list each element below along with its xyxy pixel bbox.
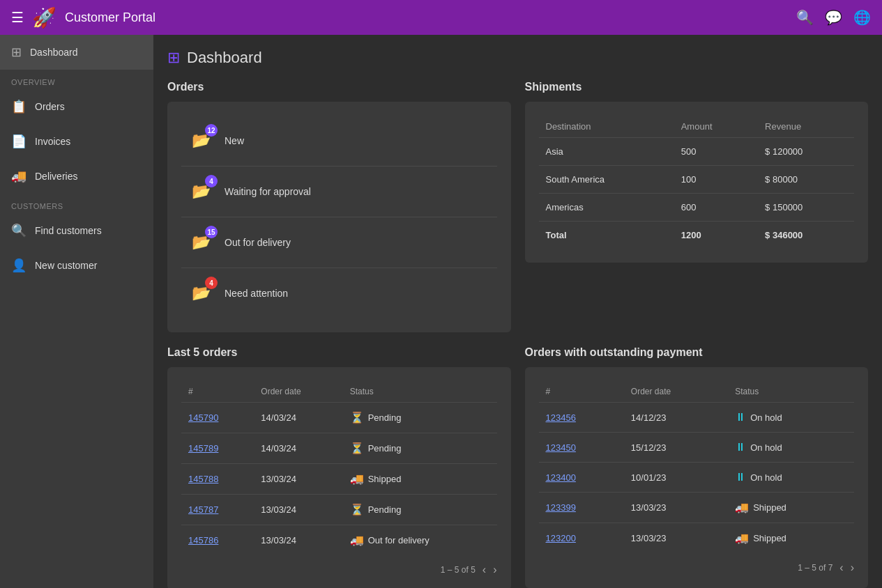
last5-order-link-1[interactable]: 145789 (188, 443, 218, 454)
shipment-amount-0: 500 (674, 138, 758, 166)
orders-column: Orders 📂 12 New 📂 (167, 81, 511, 332)
outstanding-order-id-4[interactable]: 123200 (539, 523, 624, 554)
shipment-destination-0: Asia (539, 138, 674, 166)
last5-order-status-4: 🚚Out for delivery (343, 525, 497, 556)
last5-order-link-3[interactable]: 145787 (188, 504, 218, 515)
last5-order-date-4: 13/03/24 (254, 525, 342, 556)
order-icon-wrap-attention: 📂 4 (188, 281, 213, 306)
shipped-icon: 🚚 (350, 472, 364, 486)
last5-order-id-2[interactable]: 145788 (181, 464, 254, 495)
customers-section-label: Customers (0, 194, 153, 213)
last5-order-link-4[interactable]: 145786 (188, 535, 218, 546)
outstanding-col-date: Order date (624, 381, 728, 403)
sidebar-new-customer-label: New customer (35, 260, 97, 271)
last5-col-date: Order date (254, 381, 342, 403)
onhold-icon: ⏸ (735, 411, 746, 424)
orders-card: 📂 12 New 📂 4 Waiting for approval (167, 102, 511, 332)
last5-pagination-text: 1 – 5 of 5 (441, 565, 476, 575)
shipment-revenue-3: $ 346000 (758, 222, 854, 249)
sidebar-item-deliveries[interactable]: 🚚 Deliveries (0, 159, 153, 194)
sidebar-item-invoices[interactable]: 📄 Invoices (0, 124, 153, 159)
sidebar-dashboard-label: Dashboard (30, 47, 78, 58)
sidebar-item-dashboard[interactable]: ⊞ Dashboard (0, 35, 153, 70)
outstanding-order-link-1[interactable]: 123450 (546, 442, 576, 453)
outstanding-order-status-1: ⏸On hold (728, 433, 854, 463)
deliveries-icon: 🚚 (11, 169, 26, 184)
outstanding-order-status-2: ⏸On hold (728, 463, 854, 493)
new-customer-icon: 👤 (11, 258, 26, 273)
onhold-icon: ⏸ (735, 471, 746, 483)
shipments-col-amount: Amount (674, 116, 758, 138)
delivery-label: Out for delivery (225, 237, 291, 248)
order-icon-wrap-waiting: 📂 4 (188, 179, 213, 204)
table-row: 145786 13/03/24 🚚Out for delivery (181, 525, 497, 556)
table-row: Americas 600 $ 150000 (539, 194, 855, 222)
sidebar-orders-label: Orders (35, 101, 65, 112)
last5-order-id-1[interactable]: 145789 (181, 433, 254, 464)
outstanding-order-link-4[interactable]: 123200 (546, 533, 576, 543)
table-row: Asia 500 $ 120000 (539, 138, 855, 166)
table-row: 123399 13/03/23 🚚Shipped (539, 493, 855, 523)
search-icon[interactable]: 🔍 (796, 9, 814, 26)
outstanding-order-id-0[interactable]: 123456 (539, 403, 624, 433)
last5-order-link-0[interactable]: 145790 (188, 412, 218, 423)
delivery-icon: 🚚 (350, 534, 364, 547)
sidebar-find-customers-label: Find customers (35, 225, 102, 236)
last5-order-status-3: ⏳Pending (343, 495, 497, 525)
outstanding-order-link-2[interactable]: 123400 (546, 472, 576, 483)
last5-order-date-0: 14/03/24 (254, 403, 342, 433)
last5-order-date-2: 13/03/24 (254, 464, 342, 495)
hamburger-menu-icon[interactable]: ☰ (11, 9, 24, 26)
shipped-icon: 🚚 (735, 501, 749, 514)
sidebar-item-find-customers[interactable]: 🔍 Find customers (0, 213, 153, 248)
last5-order-date-1: 14/03/24 (254, 433, 342, 464)
outstanding-order-id-1[interactable]: 123450 (539, 433, 624, 463)
sidebar-item-orders[interactable]: 📋 Orders (0, 89, 153, 124)
shipment-revenue-1: $ 80000 (758, 166, 854, 194)
shipment-destination-1: South America (539, 166, 674, 194)
outstanding-order-date-0: 14/12/23 (624, 403, 728, 433)
outstanding-order-status-0: ⏸On hold (728, 403, 854, 433)
globe-icon[interactable]: 🌐 (853, 9, 871, 26)
main-content: ⊞ Dashboard Orders 📂 12 New (153, 35, 882, 588)
outstanding-order-link-0[interactable]: 123456 (546, 412, 576, 423)
order-status-out-for-delivery[interactable]: 📂 15 Out for delivery (181, 217, 497, 268)
page-header: ⊞ Dashboard (167, 49, 868, 67)
outstanding-order-id-3[interactable]: 123399 (539, 493, 624, 523)
table-row: 123400 10/01/23 ⏸On hold (539, 463, 855, 493)
order-status-waiting[interactable]: 📂 4 Waiting for approval (181, 167, 497, 217)
outstanding-pagination: 1 – 5 of 7 ‹ › (539, 553, 855, 574)
last5-next-button[interactable]: › (493, 564, 496, 576)
page-header-icon: ⊞ (167, 49, 180, 67)
shipped-icon: 🚚 (735, 532, 749, 545)
order-status-list: 📂 12 New 📂 4 Waiting for approval (181, 116, 497, 318)
outstanding-section-title: Orders with outstanding payment (525, 346, 869, 359)
outstanding-prev-button[interactable]: ‹ (839, 562, 843, 574)
last5-order-id-3[interactable]: 145787 (181, 495, 254, 525)
last5-status-text-2: Shipped (368, 474, 402, 484)
outstanding-order-link-3[interactable]: 123399 (546, 502, 576, 513)
shipments-col-revenue: Revenue (758, 116, 854, 138)
last5-order-status-2: 🚚Shipped (343, 464, 497, 495)
shipment-destination-2: Americas (539, 194, 674, 222)
main-layout: ⊞ Dashboard Overview 📋 Orders 📄 Invoices… (0, 35, 882, 588)
last5-status-text-3: Pending (368, 504, 402, 515)
order-icon-wrap-new: 📂 12 (188, 128, 213, 153)
order-status-need-attention[interactable]: 📂 4 Need attention (181, 268, 497, 318)
order-status-new[interactable]: 📂 12 New (181, 116, 497, 167)
last5-order-link-2[interactable]: 145788 (188, 474, 218, 484)
outstanding-next-button[interactable]: › (851, 562, 854, 574)
last5-status-text-0: Pending (368, 412, 402, 423)
attention-badge: 4 (205, 277, 218, 289)
last5-order-id-4[interactable]: 145786 (181, 525, 254, 556)
last5-prev-button[interactable]: ‹ (482, 564, 486, 576)
table-row: 145790 14/03/24 ⏳Pending (181, 403, 497, 433)
last5-order-id-0[interactable]: 145790 (181, 403, 254, 433)
sidebar-item-new-customer[interactable]: 👤 New customer (0, 248, 153, 283)
outstanding-status-text-0: On hold (750, 412, 782, 423)
dashboard-icon: ⊞ (11, 45, 22, 60)
last5-section-title: Last 5 orders (167, 346, 511, 359)
outstanding-order-id-2[interactable]: 123400 (539, 463, 624, 493)
chat-icon[interactable]: 💬 (825, 9, 842, 26)
order-icon-wrap-delivery: 📂 15 (188, 230, 213, 255)
